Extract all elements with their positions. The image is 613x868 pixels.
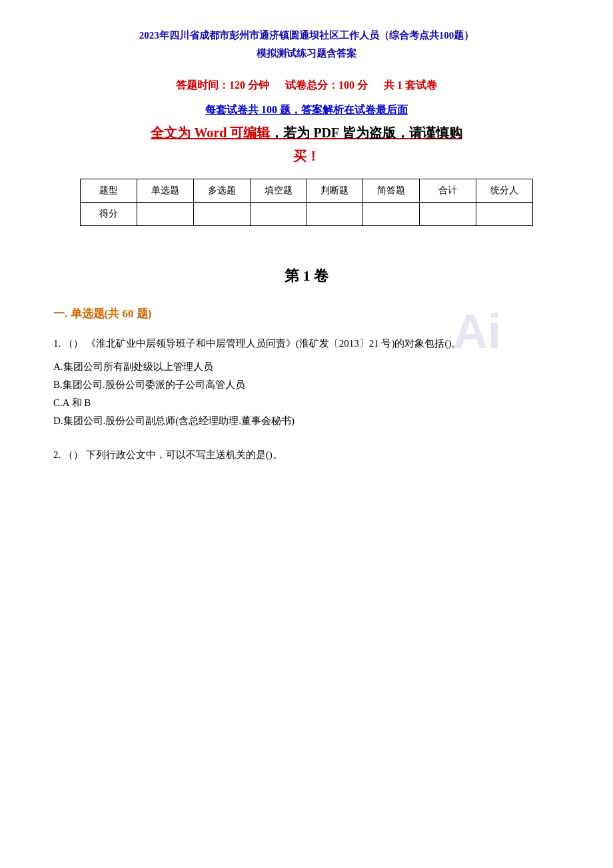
header-title: 2023年四川省成都市彭州市通济镇圆通坝社区工作人员（综合考点共100题） 模拟…: [53, 27, 560, 63]
q1-option-b: B.集团公司.股份公司委派的子公司高管人员: [53, 376, 560, 394]
col-scorer: 统分人: [476, 179, 533, 203]
notice2-part3: 买！: [293, 149, 320, 163]
table-header-row: 题型 单选题 多选题 填空题 判断题 简答题 合计 统分人: [81, 179, 533, 203]
score-table: 题型 单选题 多选题 填空题 判断题 简答题 合计 统分人 得分: [80, 179, 533, 226]
q1-option-a: A.集团公司所有副处级以上管理人员: [53, 358, 560, 376]
score-total: [420, 203, 476, 226]
col-fill: 填空题: [250, 179, 306, 203]
exam-info-line: 答题时间：120 分钟 试卷总分：100 分 共 1 套试卷: [53, 79, 560, 93]
notice2-part1: 全文为 Word 可编辑，若为 PDF 皆为盗版，请谨慎购: [151, 125, 462, 140]
notice2-block: 全文为 Word 可编辑，若为 PDF 皆为盗版，请谨慎购: [53, 124, 560, 142]
notice2-part3-block: 买！: [53, 147, 560, 165]
q1-body: 《淮北矿业中层领导班子和中层管理人员问责》(淮矿发〔2013〕21 号)的对象包…: [86, 338, 462, 349]
header-title-line2: 模拟测试练习题含答案: [53, 45, 560, 63]
table-score-row: 得分: [81, 203, 533, 226]
q1-option-d: D.集团公司.股份公司副总师(含总经理助理.董事会秘书): [53, 412, 560, 430]
score-judge: [306, 203, 363, 226]
header-title-line1: 2023年四川省成都市彭州市通济镇圆通坝社区工作人员（综合考点共100题）: [53, 27, 560, 45]
header-section: 2023年四川省成都市彭州市通济镇圆通坝社区工作人员（综合考点共100题） 模拟…: [53, 27, 560, 63]
notice1: 每套试卷共 100 题，答案解析在试卷最后面: [53, 103, 560, 117]
page-wrapper: Ai 2023年四川省成都市彭州市通济镇圆通坝社区工作人员（综合考点共100题）…: [53, 27, 560, 464]
question-2-block: 2. （） 下列行政公文中，可以不写主送机关的是()。: [53, 446, 560, 464]
q1-prefix: （）: [63, 338, 83, 349]
question-1-text: 1. （） 《淮北矿业中层领导班子和中层管理人员问责》(淮矿发〔2013〕21 …: [53, 335, 560, 353]
sets-label: 共 1 套试卷: [384, 79, 437, 91]
col-type: 题型: [81, 179, 137, 203]
score-single: [137, 203, 193, 226]
score-multi: [193, 203, 250, 226]
q1-option-c: C.A 和 B: [53, 394, 560, 412]
score-short: [363, 203, 420, 226]
col-multi: 多选题: [193, 179, 250, 203]
volume-label: 第 1 卷: [53, 266, 560, 286]
q1-number: 1.: [53, 338, 61, 349]
time-label: 答题时间：120 分钟: [176, 79, 269, 91]
col-judge: 判断题: [306, 179, 363, 203]
total-score-label: 试卷总分：100 分: [285, 79, 368, 91]
question-2-text: 2. （） 下列行政公文中，可以不写主送机关的是()。: [53, 446, 560, 464]
score-fill: [250, 203, 306, 226]
score-scorer: [476, 203, 533, 226]
q2-body: 下列行政公文中，可以不写主送机关的是()。: [86, 449, 283, 460]
section-title: 一. 单选题(共 60 题): [53, 306, 560, 321]
col-total: 合计: [420, 179, 476, 203]
question-1-block: 1. （） 《淮北矿业中层领导班子和中层管理人员问责》(淮矿发〔2013〕21 …: [53, 335, 560, 430]
q2-number: 2.: [53, 449, 61, 460]
col-single: 单选题: [137, 179, 193, 203]
row-score-label: 得分: [81, 203, 137, 226]
q2-prefix: （）: [63, 449, 83, 460]
col-short: 简答题: [363, 179, 420, 203]
